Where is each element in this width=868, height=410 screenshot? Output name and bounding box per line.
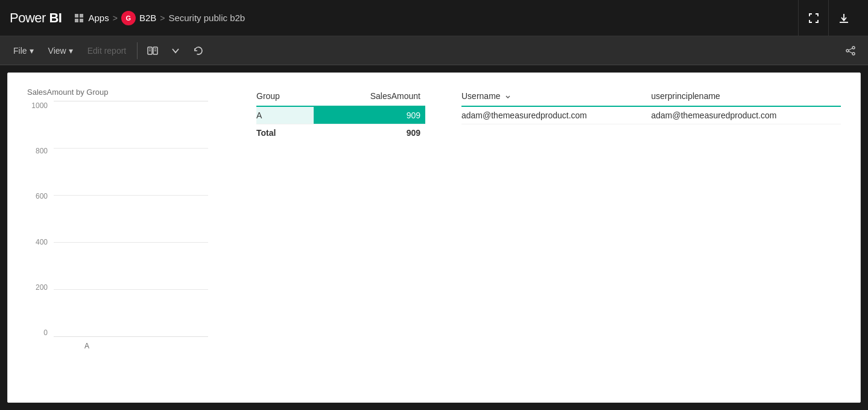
- y-label-600: 600: [27, 192, 51, 200]
- table-row[interactable]: A 909: [256, 106, 425, 124]
- breadcrumb: Apps > G B2B > Security public b2b: [74, 11, 245, 25]
- chevron-down-icon: [171, 46, 180, 55]
- total-row: Total 909: [256, 124, 425, 142]
- cell-total-label: Total: [256, 124, 314, 142]
- power-bi-logo: Power BI: [10, 10, 62, 26]
- toolbar-right: [840, 40, 861, 61]
- users-table-section: Username userprinciplename adam@themeasu: [461, 88, 841, 124]
- cell-amount-a: 909: [314, 106, 425, 124]
- toolbar-divider: [137, 42, 138, 59]
- download-icon: [838, 13, 849, 24]
- svg-point-13: [852, 53, 855, 55]
- chart-title: SalesAmount by Group: [27, 88, 220, 97]
- col-upn: userprinciplename: [651, 88, 841, 106]
- fullscreen-icon: [808, 13, 819, 24]
- refresh-button[interactable]: [188, 40, 209, 61]
- apps-grid-icon: [74, 13, 84, 24]
- download-button[interactable]: [828, 0, 858, 36]
- cell-username: adam@themeasuredproduct.com: [461, 106, 651, 124]
- sales-table: Group SalesAmount A 909 Total 909: [256, 88, 425, 141]
- view-menu[interactable]: View ▾: [42, 42, 79, 59]
- view-chevron: ▾: [69, 46, 73, 56]
- col-group: Group: [256, 88, 314, 106]
- edit-report-button[interactable]: Edit report: [81, 42, 133, 59]
- page-breadcrumb: Security public b2b: [168, 13, 245, 23]
- svg-line-15: [849, 48, 852, 50]
- reading-view-button[interactable]: [142, 40, 163, 61]
- y-label-0: 0: [27, 328, 51, 337]
- x-label-a: A: [66, 342, 108, 350]
- file-chevron: ▾: [30, 46, 34, 56]
- b2b-breadcrumb[interactable]: B2B: [139, 13, 156, 23]
- top-bar-left: Power BI Apps > G B2B > Security public …: [10, 10, 798, 26]
- share-button[interactable]: [840, 40, 861, 61]
- cell-group-a: A: [256, 106, 314, 124]
- sales-table-section: Group SalesAmount A 909 Total 909: [256, 88, 425, 141]
- table-row[interactable]: adam@themeasuredproduct.com adam@themeas…: [461, 106, 841, 124]
- col-salesamount: SalesAmount: [314, 88, 425, 106]
- breadcrumb-sep-1: >: [113, 13, 118, 23]
- y-label-400: 400: [27, 238, 51, 246]
- svg-rect-2: [75, 19, 78, 22]
- share-icon: [845, 45, 856, 56]
- chart-y-axis: 0 200 400 600 800 1000: [27, 101, 51, 337]
- fullscreen-button[interactable]: [798, 0, 828, 36]
- col-username[interactable]: Username: [461, 88, 651, 106]
- report-toolbar: File ▾ View ▾ Edit report: [0, 36, 868, 65]
- file-label: File: [13, 46, 27, 56]
- top-bar-right: [798, 0, 858, 36]
- view-label: View: [48, 46, 66, 56]
- breadcrumb-sep-2: >: [160, 13, 165, 23]
- edit-report-label: Edit report: [87, 46, 127, 56]
- b2b-icon: G: [121, 11, 136, 25]
- bar-chart-section: SalesAmount by Group 0 200 400 600 800 1…: [27, 88, 220, 355]
- refresh-icon: [193, 45, 204, 56]
- dropdown-button[interactable]: [165, 40, 186, 61]
- report-canvas: SalesAmount by Group 0 200 400 600 800 1…: [7, 72, 861, 403]
- y-label-1000: 1000: [27, 101, 51, 110]
- cell-upn: adam@themeasuredproduct.com: [651, 106, 841, 124]
- y-label-200: 200: [27, 283, 51, 292]
- chart-plot: A: [54, 101, 208, 337]
- sort-icon-username: [505, 94, 511, 100]
- y-label-800: 800: [27, 147, 51, 155]
- svg-rect-1: [80, 14, 83, 18]
- chart-area: 0 200 400 600 800 1000: [27, 101, 208, 355]
- svg-point-12: [852, 46, 855, 49]
- file-menu[interactable]: File ▾: [7, 42, 40, 59]
- cell-total-amount: 909: [314, 124, 425, 142]
- svg-point-14: [846, 50, 849, 52]
- users-table: Username userprinciplename adam@themeasu: [461, 88, 841, 124]
- apps-breadcrumb[interactable]: Apps: [88, 13, 109, 23]
- report-body: SalesAmount by Group 0 200 400 600 800 1…: [27, 88, 841, 388]
- svg-line-16: [849, 51, 852, 53]
- top-navigation-bar: Power BI Apps > G B2B > Security public …: [0, 0, 868, 36]
- svg-rect-0: [75, 14, 78, 18]
- svg-rect-3: [80, 19, 83, 22]
- reading-view-icon: [147, 45, 159, 57]
